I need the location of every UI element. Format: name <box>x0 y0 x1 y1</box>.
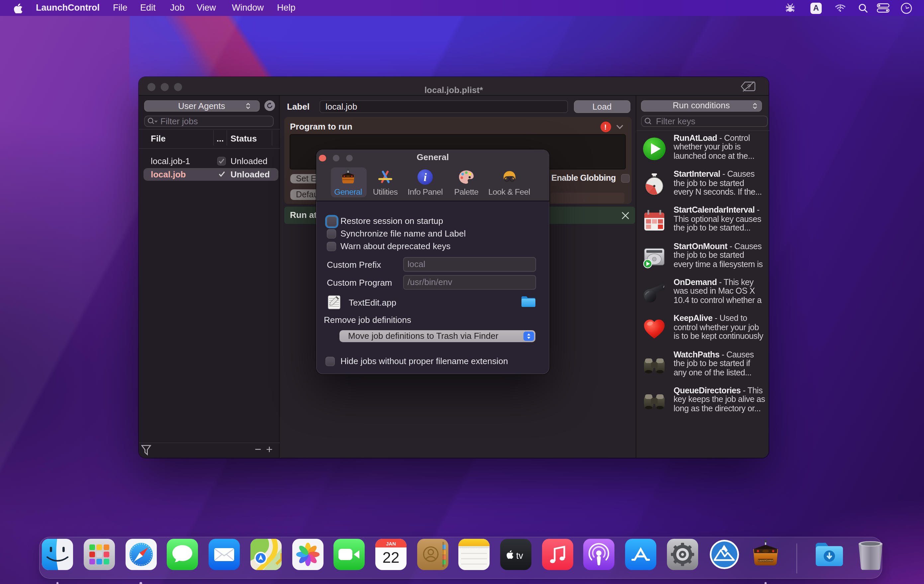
svg-text:JAN: JAN <box>386 541 396 546</box>
svg-text:tv: tv <box>516 551 523 561</box>
svg-text:22: 22 <box>382 549 399 566</box>
svg-text:LaunchControl: LaunchControl <box>758 559 773 562</box>
svg-text:i: i <box>424 171 427 183</box>
svg-text:?: ? <box>747 83 751 90</box>
